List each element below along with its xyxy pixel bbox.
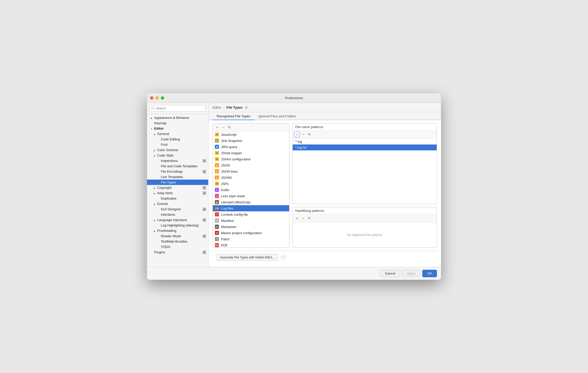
add-pattern-button[interactable]: +	[294, 132, 300, 137]
arrow-icon	[153, 154, 156, 157]
badge: ⊞	[203, 251, 206, 254]
file-item-less[interactable]: LT Less style sheet	[213, 193, 289, 199]
two-col-layout: + − ✎ JS JavaScript J Jest Snapshot	[213, 123, 437, 248]
panel-body: + − ✎ JS JavaScript J Jest Snapshot	[208, 120, 441, 267]
sidebar-item-intentions[interactable]: Intentions	[147, 212, 208, 217]
sidebar-item-textmate-bundles[interactable]: TextMate Bundles	[147, 239, 208, 244]
file-item-label: Patch	[221, 237, 229, 241]
edit-file-type-button[interactable]: ✎	[227, 125, 232, 130]
file-item-jest-snapshot[interactable]: J Jest Snapshot	[213, 138, 289, 144]
sidebar-item-live-templates[interactable]: Live Templates	[147, 174, 208, 180]
sidebar-label: Reader Mode	[161, 234, 181, 238]
arrow-spacer	[157, 245, 160, 248]
maximize-button[interactable]	[161, 96, 164, 100]
file-item-jshell-snippet[interactable]: JS JShell snippet	[213, 150, 289, 156]
file-item-json-lines[interactable]: {} JSON lines	[213, 168, 289, 174]
sidebar-item-color-scheme[interactable]: Color Scheme	[147, 147, 208, 153]
file-item-lombok[interactable]: ⚘ Lombok config file	[213, 211, 289, 217]
sidebar-item-emmet[interactable]: Emmet	[147, 201, 208, 206]
right-panel: Editor › File Types ⊞ Recognized File Ty…	[208, 103, 441, 267]
file-item-label: Lombok config file	[221, 213, 248, 216]
sidebar-item-editor[interactable]: Editor	[147, 126, 208, 131]
file-item-markdown[interactable]: MD Markdown	[213, 224, 289, 230]
file-item-patch[interactable]: P Patch	[213, 236, 289, 242]
kotlin-icon: K	[215, 188, 219, 192]
remove-pattern-button[interactable]: −	[300, 132, 306, 137]
pattern-item-log[interactable]: *.log	[293, 139, 437, 144]
file-item-label: Less style sheet	[221, 194, 245, 198]
file-item-json[interactable]: {} JSON	[213, 162, 289, 168]
sidebar-label: Font	[161, 143, 167, 147]
sidebar-item-plugins[interactable]: Plugins ⊞	[147, 250, 208, 255]
apply-button[interactable]: Apply	[402, 270, 421, 277]
sidebar-item-keymap[interactable]: Keymap	[147, 120, 208, 126]
file-item-log-files[interactable]: LOG Log files	[213, 205, 289, 211]
file-item-javascript[interactable]: JS JavaScript	[213, 131, 289, 138]
edit-pattern-button[interactable]: ✎	[307, 132, 312, 137]
sidebar-item-appearance[interactable]: Appearance & Behavior	[147, 115, 208, 120]
sidebar-item-inlay-hints[interactable]: Inlay Hints ⊞	[147, 190, 208, 196]
file-item-jira-query[interactable]: ◆ JIRA query	[213, 144, 289, 150]
arrow-spacer	[157, 138, 160, 141]
pattern-item-log-txt[interactable]: *.log.txt	[293, 144, 437, 150]
sidebar-label: Inlay Hints	[157, 191, 173, 195]
associate-file-types-button[interactable]: Associate File Types with IntelliJ IDEA.…	[217, 254, 278, 261]
search-input[interactable]	[150, 105, 206, 112]
arrow-icon	[153, 132, 156, 136]
jspx-icon: JS	[215, 182, 219, 186]
sidebar-item-inspections[interactable]: Inspections ⊞	[147, 158, 208, 163]
add-hashbang-button[interactable]: +	[294, 215, 300, 221]
file-item-kotlin[interactable]: K Kotlin	[213, 187, 289, 193]
close-button[interactable]	[150, 96, 153, 100]
sidebar-item-copyright[interactable]: Copyright ⊞	[147, 185, 208, 190]
sidebar-item-code-style[interactable]: Code Style	[147, 153, 208, 158]
tab-recognized-file-types[interactable]: Recognized File Types	[213, 112, 254, 120]
sidebar-label: General	[157, 132, 169, 136]
arrow-spacer	[157, 235, 160, 238]
edit-hashbang-button[interactable]: ✎	[307, 215, 312, 221]
main-content: Appearance & Behavior Keymap Editor Gene…	[147, 103, 441, 267]
minimize-button[interactable]	[155, 96, 159, 100]
remove-file-type-button[interactable]: −	[220, 125, 226, 130]
panel-header: Editor › File Types ⊞	[208, 103, 441, 112]
sidebar-label: Log Highlighting (Ideolog)	[161, 223, 199, 227]
sidebar-item-general[interactable]: General	[147, 131, 208, 137]
file-item-pdf[interactable]: PDF PDF	[213, 242, 289, 247]
file-item-label: Log files	[221, 206, 233, 210]
sidebar-label: Plugins	[154, 250, 165, 254]
file-item-json5[interactable]: {} JSON5	[213, 174, 289, 181]
file-item-maven[interactable]: M Maven project configuration	[213, 230, 289, 236]
cancel-button[interactable]: Cancel	[380, 270, 400, 277]
less-icon: LT	[215, 194, 219, 198]
sidebar-item-file-types[interactable]: File Types	[147, 180, 208, 185]
sidebar-label: Live Templates	[161, 175, 183, 179]
sidebar-item-duplicates[interactable]: Duplicates	[147, 196, 208, 201]
arrow-icon	[153, 149, 156, 152]
tab-ignored-files[interactable]: Ignored Files and Folders	[254, 112, 300, 120]
sidebar-item-gui-designer[interactable]: GUI Designer ⊞	[147, 206, 208, 212]
breadcrumb-parent: Editor	[213, 106, 221, 109]
dialog-footer: Cancel Apply OK	[147, 267, 441, 280]
sidebar-item-proofreading[interactable]: Proofreading	[147, 228, 208, 233]
sidebar-item-file-encodings[interactable]: File Encodings ⊞	[147, 169, 208, 174]
file-item-jspx[interactable]: JS JSPx	[213, 181, 289, 187]
sidebar-item-reader-mode[interactable]: Reader Mode ⊞	[147, 233, 208, 239]
maven-icon: M	[215, 231, 219, 235]
sidebar-item-log-highlighting[interactable]: Log Highlighting (Ideolog)	[147, 223, 208, 228]
pdf-icon: PDF	[215, 243, 219, 247]
sidebar-item-language-injections[interactable]: Language Injections ⊞	[147, 217, 208, 223]
add-file-type-button[interactable]: +	[214, 125, 220, 130]
help-button[interactable]: ?	[280, 255, 286, 260]
sidebar-item-font[interactable]: Font	[147, 142, 208, 147]
arrow-spacer	[157, 213, 160, 216]
sidebar-item-file-code-templates[interactable]: File and Code Templates	[147, 163, 208, 169]
sidebar-item-code-editing[interactable]: Code Editing	[147, 137, 208, 142]
sidebar-item-todo[interactable]: TODO	[147, 244, 208, 250]
preferences-window: Preferences Appearance & Behavior Keymap	[147, 93, 441, 280]
file-item-manifest[interactable]: MF Manifest	[213, 217, 289, 224]
remove-hashbang-button[interactable]: −	[300, 215, 306, 221]
file-item-literate-coffee[interactable]: ☕ LiterateCoffeeScript	[213, 199, 289, 205]
ok-button[interactable]: OK	[422, 270, 437, 277]
file-item-jshint[interactable]: JS JSHint configuration	[213, 156, 289, 162]
file-name-pattern-list: *.log *.log.txt	[293, 139, 437, 204]
